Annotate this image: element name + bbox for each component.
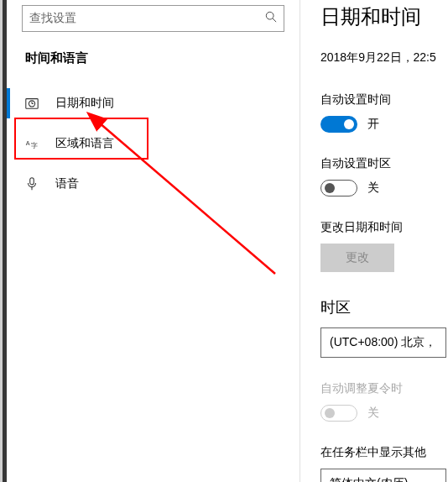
svg-line-1 (273, 18, 276, 22)
timezone-title: 时区 (320, 297, 448, 317)
clock-icon (23, 95, 40, 112)
svg-text:字: 字 (31, 142, 38, 149)
taskbar-calendar-label: 在任务栏中显示其他 (320, 445, 448, 460)
auto-timezone-toggle[interactable] (320, 180, 357, 196)
svg-rect-8 (30, 178, 34, 185)
svg-text:A: A (26, 139, 30, 147)
sidebar-item-region-language[interactable]: A 字 区域和语言 (7, 123, 300, 164)
auto-timezone-label: 自动设置时区 (320, 156, 448, 171)
main-content: 日期和时间 2018年9月22日，22:5 自动设置时间 开 自动设置时区 关 … (300, 0, 448, 482)
sidebar-item-label: 区域和语言 (55, 136, 114, 151)
language-icon: A 字 (23, 135, 40, 152)
settings-sidebar: 查找设置 时间和语言 日期和时间 A 字 区域和语言 (7, 0, 300, 482)
search-placeholder: 查找设置 (29, 11, 76, 26)
change-datetime-button: 更改 (320, 244, 394, 272)
auto-time-label: 自动设置时间 (320, 92, 448, 107)
sidebar-section-title: 时间和语言 (7, 44, 300, 83)
sidebar-item-label: 语音 (55, 176, 79, 191)
auto-dst-toggle (320, 405, 357, 422)
microphone-icon (23, 176, 40, 192)
sidebar-item-speech[interactable]: 语音 (7, 164, 300, 204)
sidebar-item-datetime[interactable]: 日期和时间 (7, 83, 300, 123)
search-input[interactable]: 查找设置 (22, 5, 284, 32)
current-datetime: 2018年9月22日，22:5 (320, 50, 448, 65)
toggle-state-text: 关 (367, 406, 379, 421)
timezone-dropdown[interactable]: (UTC+08:00) 北京， (320, 327, 446, 358)
toggle-state-text: 关 (367, 181, 379, 196)
page-title: 日期和时间 (320, 3, 448, 30)
sidebar-item-label: 日期和时间 (55, 96, 114, 111)
taskbar-calendar-dropdown[interactable]: 简体中文(农历) (320, 469, 446, 482)
auto-dst-label: 自动调整夏令时 (320, 381, 448, 396)
toggle-state-text: 开 (367, 117, 379, 132)
auto-time-toggle[interactable] (320, 116, 357, 133)
search-icon (265, 11, 277, 26)
change-datetime-label: 更改日期和时间 (320, 220, 448, 235)
